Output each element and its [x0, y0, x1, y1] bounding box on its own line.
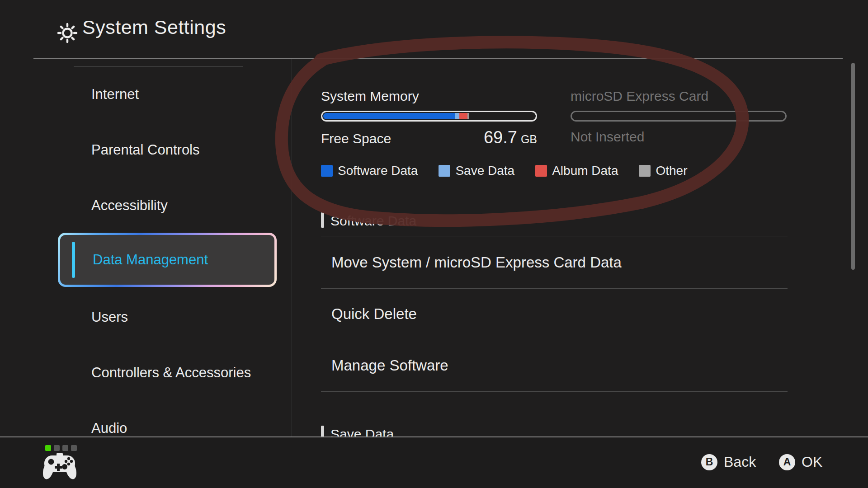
- bar-segment-software-data: [323, 113, 455, 119]
- menu-item-manage-software[interactable]: Manage Software: [331, 357, 783, 374]
- bar-segment-album-data: [459, 113, 467, 119]
- microsd-bar: [571, 111, 787, 122]
- sidebar-item-audio[interactable]: Audio: [91, 420, 281, 437]
- controller-icon: [42, 452, 78, 482]
- content-divider: [292, 59, 292, 436]
- sidebar-item-controllers-accessories[interactable]: Controllers & Accessories: [91, 364, 281, 381]
- microsd-status: Not Inserted: [571, 129, 644, 145]
- list-divider: [321, 340, 788, 340]
- bar-segment-save-data: [455, 113, 459, 119]
- free-space-value: 69.7GB: [484, 128, 537, 147]
- sidebar-item-label: Data Management: [93, 252, 208, 268]
- legend-item-software-data: Software Data: [321, 164, 418, 178]
- player-dot: [71, 445, 77, 451]
- player-dot-active: [45, 445, 51, 451]
- list-divider: [321, 391, 788, 392]
- player-indicator: [45, 445, 77, 451]
- back-button[interactable]: B Back: [701, 454, 756, 470]
- software-data-swatch: [321, 165, 333, 177]
- legend-item-other: Other: [639, 164, 687, 178]
- list-divider: [321, 236, 788, 236]
- free-space-row: Free Space 69.7GB: [321, 128, 537, 147]
- scrollbar-thumb[interactable]: [851, 63, 855, 270]
- system-memory-bar: [321, 111, 537, 122]
- a-button-icon: A: [779, 454, 795, 470]
- bar-segment-other: [467, 113, 468, 119]
- list-divider: [321, 288, 788, 289]
- system-memory-title: System Memory: [321, 89, 419, 104]
- section-accent-bar: [321, 212, 324, 228]
- sidebar-item-parental-controls[interactable]: Parental Controls: [91, 141, 281, 159]
- menu-item-move-system-microsd-data[interactable]: Move System / microSD Express Card Data: [331, 254, 783, 271]
- b-button-icon: B: [701, 454, 717, 470]
- storage-legend: Software Data Save Data Album Data Other: [321, 164, 688, 178]
- sidebar-item-data-management[interactable]: Data Management: [58, 233, 277, 287]
- other-swatch: [639, 165, 651, 177]
- sidebar-item-internet[interactable]: Internet: [91, 86, 281, 103]
- legend-item-album-data: Album Data: [535, 164, 618, 178]
- page-title: System Settings: [82, 16, 226, 38]
- gear-icon: [57, 23, 78, 43]
- section-header-software-data: Software Data: [330, 213, 416, 229]
- album-data-swatch: [535, 165, 547, 177]
- player-dot: [62, 445, 68, 451]
- selection-accent-bar: [72, 242, 75, 278]
- microsd-title: microSD Express Card: [571, 89, 708, 104]
- free-space-label: Free Space: [321, 131, 391, 146]
- save-data-swatch: [439, 165, 450, 177]
- sidebar-divider: [74, 66, 243, 66]
- player-dot: [54, 445, 60, 451]
- free-space-unit: GB: [521, 133, 537, 145]
- footer-bar: B Back A OK: [0, 436, 868, 488]
- sidebar-item-accessibility[interactable]: Accessibility: [91, 197, 281, 214]
- header-divider: [33, 58, 843, 59]
- menu-item-quick-delete[interactable]: Quick Delete: [331, 305, 783, 323]
- legend-item-save-data: Save Data: [439, 164, 514, 178]
- ok-button[interactable]: A OK: [779, 454, 822, 470]
- sidebar-item-users[interactable]: Users: [91, 309, 281, 326]
